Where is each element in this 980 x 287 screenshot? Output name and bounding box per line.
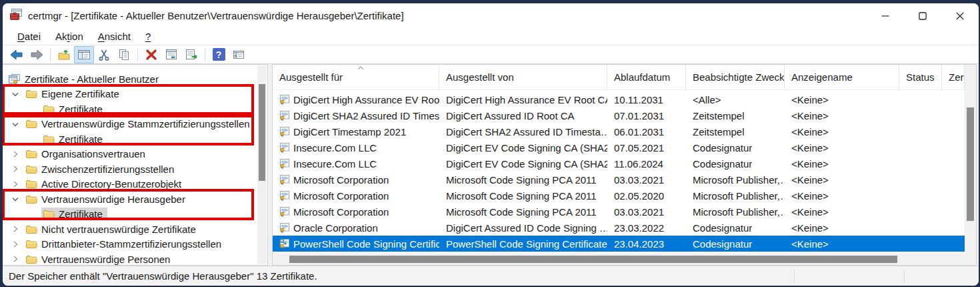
certificate-row[interactable]: DigiCert SHA2 Assured ID Timest…DigiCert… (273, 107, 965, 123)
certificate-row[interactable]: DigiCert Timestamp 2021DigiCert SHA2 Ass… (273, 123, 965, 139)
cell-friendly_name: <Keine> (785, 94, 899, 105)
menu-ansicht[interactable]: Ansicht (91, 28, 138, 45)
tree-item[interactable]: Vertrauenswürdige Stammzertifizierungsst… (3, 117, 257, 132)
maximize-button[interactable] (904, 3, 941, 28)
tree-item-content[interactable]: Nicht vertrauenswürdige Zertifikate (24, 223, 201, 236)
new-window-button[interactable] (229, 46, 249, 63)
folder-icon (25, 149, 37, 159)
tree-item[interactable]: Zertifikate - Aktueller Benutzer (3, 71, 257, 87)
tree-vertical-scrollbar[interactable] (257, 65, 267, 264)
cell-purposes: <Alle> (686, 94, 785, 105)
show-hide-console-tree-button[interactable] (74, 46, 94, 63)
tree-item-content[interactable]: Eigene Zertifikate (24, 87, 124, 100)
delete-button[interactable] (141, 46, 161, 63)
mmc-toolbox-icon (9, 9, 23, 23)
tree-item[interactable]: Nicht vertrauenswürdige Zertifikate (3, 222, 257, 237)
certificate-icon (279, 206, 290, 218)
chevron-right-icon[interactable] (7, 147, 24, 162)
menu-datei[interactable]: Datei (10, 28, 48, 45)
tree-item-content[interactable]: Zertifikate (41, 133, 107, 146)
list-hscrollbar-thumb[interactable] (289, 256, 897, 263)
tree-item-label: Eigene Zertifikate (41, 88, 119, 99)
certificate-row[interactable]: Microsoft CorporationMicrosoft Code Sign… (273, 188, 965, 204)
column-header-expires[interactable]: Ablaufdatum (607, 65, 686, 89)
tree-item-content[interactable]: Zwischenzertifizierungsstellen (24, 163, 179, 176)
chevron-down-icon[interactable] (7, 117, 24, 131)
back-arrow-icon (9, 48, 24, 61)
back-button[interactable] (7, 46, 27, 63)
cell-expires: 03.03.2021 (607, 206, 686, 218)
tree-item-content[interactable]: Vertrauenswürdige Personen (24, 253, 175, 266)
cell-issued_by: DigiCert High Assurance EV Root CA (439, 94, 607, 105)
list-vscrollbar-thumb[interactable] (967, 107, 974, 221)
list-horizontal-scrollbar[interactable] (273, 254, 965, 265)
list-vertical-scrollbar[interactable] (965, 65, 976, 254)
toolbar: ? (3, 45, 979, 64)
certificate-row[interactable]: Oracle CorporationDigiCert Assured ID Co… (273, 220, 965, 236)
certificate-row[interactable]: PowerShell Code Signing Certific…PowerSh… (273, 236, 965, 252)
tree-item-content[interactable]: Vertrauenswürdige Herausgeber (24, 193, 190, 206)
cut-button[interactable] (94, 46, 114, 63)
tree-item[interactable]: Eigene Zertifikate (3, 87, 257, 102)
column-header-issued_to[interactable]: Ausgestellt für (273, 65, 439, 89)
tree-item[interactable]: Zwischenzertifizierungsstellen (3, 162, 257, 177)
tree-item-content[interactable]: Vertrauenswürdige Stammzertifizierungsst… (24, 117, 255, 130)
certificate-row[interactable]: Microsoft CorporationMicrosoft Code Sign… (273, 204, 965, 220)
certificate-row[interactable]: Microsoft CorporationMicrosoft Code Sign… (273, 172, 965, 188)
tree-item-label: Organisationsvertrauen (41, 148, 145, 160)
cell-friendly_name: <Keine> (785, 158, 899, 170)
cell-issued_to: Insecure.Com LLC (273, 142, 439, 154)
console-tree-icon (77, 48, 91, 61)
tree-item[interactable]: Organisationsvertrauen (3, 147, 257, 162)
tree-item-content[interactable]: Zertifikate (41, 208, 107, 220)
tree-item-content[interactable]: Organisationsvertrauen (24, 148, 150, 160)
tree-item-content[interactable]: Active Directory-Benutzerobjekt (24, 178, 186, 190)
cell-expires: 03.03.2021 (607, 174, 686, 186)
certificate-row[interactable]: Insecure.Com LLCDigiCert EV Code Signing… (273, 156, 965, 172)
menu-aktion[interactable]: Aktion (48, 28, 91, 45)
chevron-down-icon[interactable] (7, 87, 24, 101)
properties-button[interactable] (161, 46, 181, 63)
chevron-right-icon[interactable] (7, 222, 24, 236)
menu-help[interactable]: ? (138, 28, 158, 45)
tree-item-content[interactable]: Zertifikate - Aktueller Benutzer (7, 73, 163, 85)
tree-item[interactable]: Zertifikate (3, 101, 257, 117)
certificate-row[interactable]: Insecure.Com LLCDigiCert EV Code Signing… (273, 139, 965, 156)
forward-button[interactable] (27, 46, 47, 63)
chevron-right-icon[interactable] (7, 237, 24, 252)
tree-item[interactable]: Active Directory-Benutzerobjekt (3, 177, 257, 192)
minimize-icon (881, 12, 889, 20)
tree-scrollbar-thumb[interactable] (259, 84, 265, 181)
certificate-icon (279, 174, 290, 186)
folder-icon (25, 224, 37, 234)
tree-item[interactable]: Drittanbieter-Stammzertifizierungsstelle… (3, 237, 257, 252)
tree-item-content[interactable]: Drittanbieter-Stammzertifizierungsstelle… (24, 238, 226, 250)
certificate-row[interactable]: DigiCert High Assurance EV Roo…DigiCert … (273, 91, 965, 107)
tree-item[interactable]: Zertifikate (3, 131, 257, 147)
export-list-button[interactable] (181, 46, 201, 63)
column-header-purposes[interactable]: Beabsichtigte Zwecke (686, 65, 785, 89)
tree-item[interactable]: Vertrauenswürdige Herausgeber (3, 192, 257, 207)
tree-item-content[interactable]: Zertifikate (41, 103, 107, 115)
console-tree-panel: Zertifikate - Aktueller BenutzerEigene Z… (3, 64, 268, 266)
minimize-button[interactable] (867, 3, 904, 28)
chevron-down-icon[interactable] (7, 192, 24, 206)
column-header-issued_by[interactable]: Ausgestellt von (439, 65, 607, 89)
up-one-level-button[interactable] (54, 46, 74, 63)
cell-friendly_name: <Keine> (785, 142, 899, 154)
column-header-friendly_name[interactable]: Anzeigename (785, 65, 899, 89)
cell-issued_by: DigiCert Assured ID Code Signing … (439, 222, 607, 234)
tree-item[interactable]: Zertifikate (3, 207, 257, 222)
title-bar[interactable]: certmgr - [Zertifikate - Aktueller Benut… (3, 3, 979, 28)
folder-icon (25, 119, 37, 129)
column-header-status[interactable]: Status (899, 65, 942, 89)
help-button[interactable]: ? (209, 46, 229, 63)
chevron-right-icon[interactable] (7, 162, 24, 176)
copy-button[interactable] (114, 46, 134, 63)
certificate-icon (279, 126, 290, 137)
column-header-cert[interactable]: Zert (942, 65, 965, 89)
close-button[interactable] (941, 3, 979, 28)
chevron-right-icon[interactable] (7, 177, 24, 192)
tree-item[interactable]: Vertrauenswürdige Personen (3, 252, 257, 267)
chevron-right-icon[interactable] (7, 252, 24, 266)
